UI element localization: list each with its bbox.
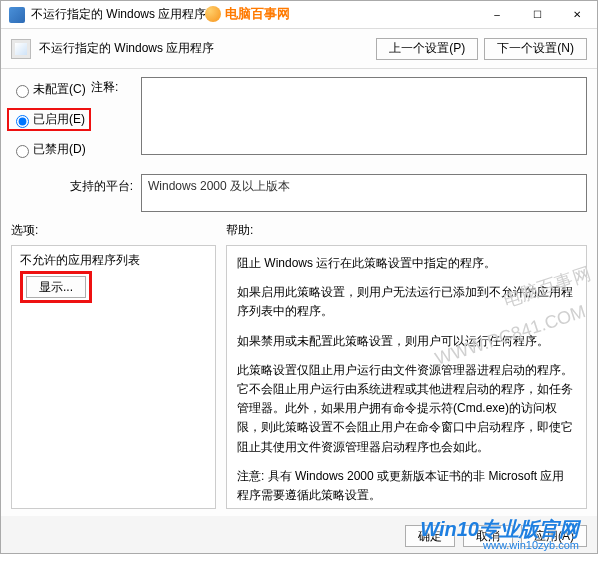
help-p5: 注意: 具有 Windows 2000 或更新版本证书的非 Microsoft …: [237, 467, 576, 505]
radio-not-configured-input[interactable]: [16, 85, 29, 98]
help-p2: 如果启用此策略设置，则用户无法运行已添加到不允许的应用程序列表中的程序。: [237, 283, 576, 321]
prev-setting-button[interactable]: 上一个设置(P): [376, 38, 478, 60]
policy-icon: [11, 39, 31, 59]
radio-enabled-label: 已启用(E): [33, 111, 85, 128]
radio-enabled-input[interactable]: [16, 115, 29, 128]
dialog-footer: 确定 取消 应用(A): [405, 525, 587, 547]
help-p4: 此策略设置仅阻止用户运行由文件资源管理器进程启动的程序。它不会阻止用户运行由系统…: [237, 361, 576, 457]
next-setting-button[interactable]: 下一个设置(N): [484, 38, 587, 60]
help-p1: 阻止 Windows 运行在此策略设置中指定的程序。: [237, 254, 576, 273]
help-label: 帮助:: [226, 222, 587, 239]
help-p3: 如果禁用或未配置此策略设置，则用户可以运行任何程序。: [237, 332, 576, 351]
window-title: 不运行指定的 Windows 应用程序: [31, 6, 477, 23]
apply-button[interactable]: 应用(A): [521, 525, 587, 547]
disallowed-list-label: 不允许的应用程序列表: [20, 253, 140, 267]
maximize-button[interactable]: ☐: [517, 1, 557, 29]
header-bar: 不运行指定的 Windows 应用程序 上一个设置(P) 下一个设置(N): [1, 29, 597, 69]
help-panel[interactable]: 阻止 Windows 运行在此策略设置中指定的程序。 如果启用此策略设置，则用户…: [226, 245, 587, 509]
radio-disabled-input[interactable]: [16, 145, 29, 158]
header-title: 不运行指定的 Windows 应用程序: [39, 40, 376, 57]
titlebar: 不运行指定的 Windows 应用程序 – ☐ ✕: [1, 1, 597, 29]
cancel-button[interactable]: 取消: [463, 525, 513, 547]
minimize-button[interactable]: –: [477, 1, 517, 29]
show-button-highlight: 显示...: [20, 271, 92, 303]
supported-on-text: Windows 2000 及以上版本: [148, 179, 290, 193]
app-icon: [9, 7, 25, 23]
options-label: 选项:: [11, 222, 216, 239]
radio-not-configured[interactable]: 未配置(C): [11, 81, 91, 98]
radio-disabled-label: 已禁用(D): [33, 141, 86, 158]
radio-disabled[interactable]: 已禁用(D): [11, 141, 91, 158]
policy-editor-window: 电脑百事网 不运行指定的 Windows 应用程序 – ☐ ✕ 不运行指定的 W…: [0, 0, 598, 554]
supported-on-box: Windows 2000 及以上版本 WWW.PC841.COM 电脑百事网: [141, 174, 587, 212]
radio-enabled[interactable]: 已启用(E): [7, 108, 91, 131]
remark-textbox[interactable]: [141, 77, 587, 155]
state-radio-group: 未配置(C) 已启用(E) 已禁用(D): [11, 77, 91, 168]
options-panel: 不允许的应用程序列表 显示...: [11, 245, 216, 509]
remark-label: 注释:: [91, 77, 141, 155]
supported-on-label: 支持的平台:: [11, 174, 141, 212]
show-button[interactable]: 显示...: [26, 276, 86, 298]
radio-not-configured-label: 未配置(C): [33, 81, 86, 98]
ok-button[interactable]: 确定: [405, 525, 455, 547]
dialog-body: 未配置(C) 已启用(E) 已禁用(D) 注释: 支持的平台: Windows …: [1, 69, 597, 516]
close-button[interactable]: ✕: [557, 1, 597, 29]
